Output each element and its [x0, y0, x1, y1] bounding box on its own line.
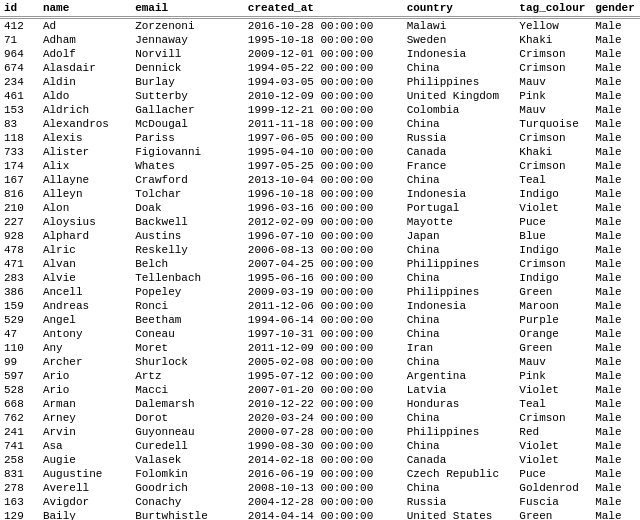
cell-name: Ancell — [39, 285, 131, 299]
table-row[interactable]: 528ArioMacci2007-01-20 00:00:00LatviaVio… — [0, 383, 640, 397]
table-row[interactable]: 816AlleynTolchar1996-10-18 00:00:00Indon… — [0, 187, 640, 201]
table-row[interactable]: 110AnyMoret2011-12-09 00:00:00IranGreenM… — [0, 341, 640, 355]
table-row[interactable]: 153AldrichGallacher1999-12-21 00:00:00Co… — [0, 103, 640, 117]
table-row[interactable]: 99ArcherShurlock2005-02-08 00:00:00China… — [0, 355, 640, 369]
table-row[interactable]: 964AdolfNorvill2009-12-01 00:00:00Indone… — [0, 47, 640, 61]
table-row[interactable]: 118AlexisPariss1997-06-05 00:00:00Russia… — [0, 131, 640, 145]
table-row[interactable]: 831AugustineFolomkin2016-06-19 00:00:00C… — [0, 467, 640, 481]
cell-country: United States — [403, 509, 516, 520]
cell-country: Colombia — [403, 103, 516, 117]
cell-id: 163 — [0, 495, 39, 509]
table-row[interactable]: 733AlisterFigiovanni1995-04-10 00:00:00C… — [0, 145, 640, 159]
cell-id: 928 — [0, 229, 39, 243]
table-row[interactable]: 241ArvinGuyonneau2000-07-28 00:00:00Phil… — [0, 425, 640, 439]
table-row[interactable]: 278AverellGoodrich2008-10-13 00:00:00Chi… — [0, 481, 640, 495]
cell-tag_colour: Teal — [515, 173, 591, 187]
cell-tag_colour: Pink — [515, 369, 591, 383]
cell-created_at: 1997-06-05 00:00:00 — [244, 131, 403, 145]
cell-gender: Male — [591, 131, 640, 145]
cell-email: Guyonneau — [131, 425, 244, 439]
table-row[interactable]: 47AntonyConeau1997-10-31 00:00:00ChinaOr… — [0, 327, 640, 341]
table-row[interactable]: 210AlonDoak1996-03-16 00:00:00PortugalVi… — [0, 201, 640, 215]
table-row[interactable]: 83AlexandrosMcDougal2011-11-18 00:00:00C… — [0, 117, 640, 131]
cell-name: Arman — [39, 397, 131, 411]
table-row[interactable]: 762ArneyDorot2020-03-24 00:00:00ChinaCri… — [0, 411, 640, 425]
cell-created_at: 2010-12-22 00:00:00 — [244, 397, 403, 411]
table-row[interactable]: 478AlricReskelly2006-08-13 00:00:00China… — [0, 243, 640, 257]
cell-gender: Male — [591, 341, 640, 355]
cell-country: Malawi — [403, 19, 516, 34]
cell-id: 241 — [0, 425, 39, 439]
table-row[interactable]: 471AlvanBelch2007-04-25 00:00:00Philippi… — [0, 257, 640, 271]
cell-gender: Male — [591, 383, 640, 397]
cell-country: Philippines — [403, 75, 516, 89]
cell-email: Valasek — [131, 453, 244, 467]
table-row[interactable]: 234AldinBurlay1994-03-05 00:00:00Philipp… — [0, 75, 640, 89]
table-row[interactable]: 167AllayneCrawford2013-10-04 00:00:00Chi… — [0, 173, 640, 187]
cell-country: Philippines — [403, 425, 516, 439]
cell-tag_colour: Mauv — [515, 75, 591, 89]
table-row[interactable]: 597ArioArtz1995-07-12 00:00:00ArgentinaP… — [0, 369, 640, 383]
cell-name: Alleyn — [39, 187, 131, 201]
cell-email: Pariss — [131, 131, 244, 145]
cell-email: Dalemarsh — [131, 397, 244, 411]
cell-name: Archer — [39, 355, 131, 369]
table-row[interactable]: 227AloysiusBackwell2012-02-09 00:00:00Ma… — [0, 215, 640, 229]
table-row[interactable]: 71AdhamJennaway1995-10-18 00:00:00Sweden… — [0, 33, 640, 47]
table-row[interactable]: 258AugieValasek2014-02-18 00:00:00Canada… — [0, 453, 640, 467]
cell-id: 210 — [0, 201, 39, 215]
cell-created_at: 1995-07-12 00:00:00 — [244, 369, 403, 383]
cell-id: 234 — [0, 75, 39, 89]
cell-email: Whates — [131, 159, 244, 173]
cell-email: Crawford — [131, 173, 244, 187]
cell-created_at: 2007-01-20 00:00:00 — [244, 383, 403, 397]
cell-email: Beetham — [131, 313, 244, 327]
cell-email: Ronci — [131, 299, 244, 313]
cell-name: Alvie — [39, 271, 131, 285]
cell-gender: Male — [591, 467, 640, 481]
cell-email: Doak — [131, 201, 244, 215]
cell-tag_colour: Khaki — [515, 33, 591, 47]
cell-created_at: 2007-04-25 00:00:00 — [244, 257, 403, 271]
cell-id: 258 — [0, 453, 39, 467]
cell-created_at: 2011-12-06 00:00:00 — [244, 299, 403, 313]
cell-gender: Male — [591, 215, 640, 229]
table-row[interactable]: 674AlasdairDennick1994-05-22 00:00:00Chi… — [0, 61, 640, 75]
table-row[interactable]: 928AlphardAustins1996-07-10 00:00:00Japa… — [0, 229, 640, 243]
cell-gender: Male — [591, 285, 640, 299]
cell-tag_colour: Maroon — [515, 299, 591, 313]
table-row[interactable]: 386AncellPopeley2009-03-19 00:00:00Phili… — [0, 285, 640, 299]
cell-tag_colour: Crimson — [515, 131, 591, 145]
table-row[interactable]: 529AngelBeetham1994-06-14 00:00:00ChinaP… — [0, 313, 640, 327]
cell-tag_colour: Turquoise — [515, 117, 591, 131]
cell-name: Alvan — [39, 257, 131, 271]
cell-created_at: 1990-08-30 00:00:00 — [244, 439, 403, 453]
cell-gender: Male — [591, 19, 640, 34]
cell-created_at: 1997-05-25 00:00:00 — [244, 159, 403, 173]
cell-id: 99 — [0, 355, 39, 369]
table-row[interactable]: 668ArmanDalemarsh2010-12-22 00:00:00Hond… — [0, 397, 640, 411]
table-row[interactable]: 412AdZorzenoni2016-10-28 00:00:00MalawiY… — [0, 19, 640, 34]
table-row[interactable]: 461AldoSutterby2010-12-09 00:00:00United… — [0, 89, 640, 103]
cell-name: Allayne — [39, 173, 131, 187]
table-row[interactable]: 163AvigdorConachy2004-12-28 00:00:00Russ… — [0, 495, 640, 509]
table-row[interactable]: 283AlvieTellenbach1995-06-16 00:00:00Chi… — [0, 271, 640, 285]
cell-gender: Male — [591, 89, 640, 103]
table-row[interactable]: 159AndreasRonci2011-12-06 00:00:00Indone… — [0, 299, 640, 313]
cell-tag_colour: Puce — [515, 467, 591, 481]
cell-email: Zorzenoni — [131, 19, 244, 34]
cell-tag_colour: Mauv — [515, 103, 591, 117]
cell-gender: Male — [591, 229, 640, 243]
header-tag-colour: tag_colour — [515, 0, 591, 17]
header-id: id — [0, 0, 39, 17]
cell-id: 478 — [0, 243, 39, 257]
cell-gender: Male — [591, 243, 640, 257]
table-row[interactable]: 741AsaCuredell1990-08-30 00:00:00ChinaVi… — [0, 439, 640, 453]
cell-created_at: 1995-04-10 00:00:00 — [244, 145, 403, 159]
table-row[interactable]: 174AlixWhates1997-05-25 00:00:00FranceCr… — [0, 159, 640, 173]
table-row[interactable]: 129BailyBurtwhistle2014-04-14 00:00:00Un… — [0, 509, 640, 520]
cell-name: Antony — [39, 327, 131, 341]
cell-gender: Male — [591, 33, 640, 47]
cell-gender: Male — [591, 425, 640, 439]
cell-gender: Male — [591, 327, 640, 341]
